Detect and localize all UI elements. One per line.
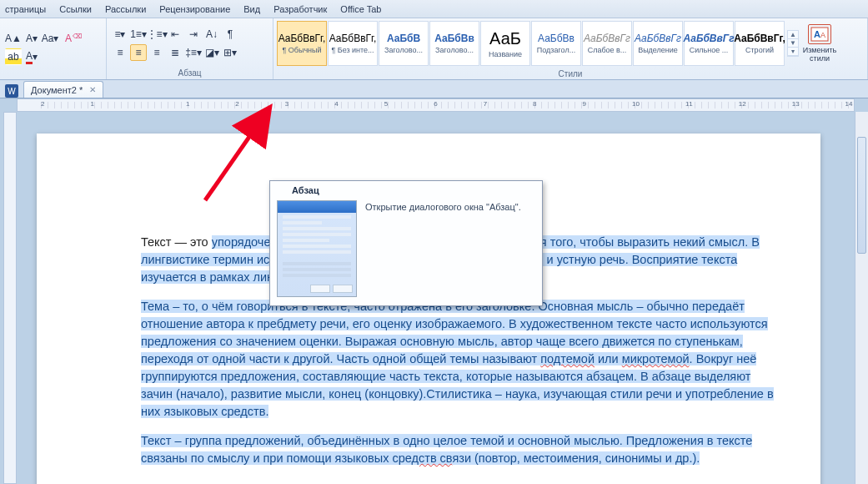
change-case-icon[interactable]: Aa▾ [42,30,58,47]
tooltip-title: Абзац [270,181,542,197]
show-marks-icon[interactable]: ¶ [222,26,238,43]
styles-group-label: Стили [273,68,867,80]
text-selected: язи (повтор, местоимения, синонимы и др.… [452,451,700,465]
justify-icon[interactable]: ≣ [167,44,183,61]
expand-gallery-icon[interactable]: ▾ [788,48,798,56]
styles-gallery[interactable]: АаБбВвГг,¶ ОбычныйАаБбВвГг,¶ Без инте...… [277,21,785,66]
line-spacing-icon[interactable]: ‡≡▾ [185,44,202,61]
style-item[interactable]: АаБбВвГг,Строгий [735,21,785,66]
scroll-down-icon[interactable]: ▼ [788,39,798,48]
styles-scroll[interactable]: ▲ ▼ ▾ [787,30,799,57]
font-color-icon[interactable]: A▾ [23,48,40,65]
align-left-icon[interactable]: ≡ [112,44,128,61]
shading-icon[interactable]: ◪▾ [203,44,220,61]
sort-icon[interactable]: A↓ [203,26,220,43]
document-tab[interactable]: Документ2 * ✕ [23,81,103,98]
menu-item[interactable]: Рецензирование [159,4,230,14]
word-icon: W [5,84,18,98]
menu-bar: страницы Ссылки Рассылки Рецензирование … [0,0,868,18]
indent-dec-icon[interactable]: ⇤ [167,26,183,43]
style-item[interactable]: АаБНазвание [480,21,530,66]
style-item[interactable]: АаБбВвГгСлабое в... [582,21,632,66]
style-item[interactable]: АаБбВвГг,¶ Без инте... [328,21,378,66]
clear-format-icon[interactable]: A⌫ [60,30,77,47]
text-selected: дств св [412,451,453,465]
paragraph-group-label: Абзац [107,68,273,79]
style-item[interactable]: АаБбВвГгВыделение [633,21,683,66]
text-selected: или [595,352,622,366]
menu-item[interactable]: Вид [243,4,260,14]
menu-item[interactable]: Разработчик [273,4,327,14]
multilevel-icon[interactable]: ⋮≡▾ [148,26,165,43]
style-item[interactable]: АаБбВвЗаголово... [429,21,479,66]
bullets-icon[interactable]: ≡▾ [112,26,128,43]
menu-item[interactable]: Office Tab [340,4,381,14]
paragraph-tooltip: Абзац Открытие диалогового окна "Абзац". [269,180,543,306]
menu-item[interactable]: страницы [5,4,46,14]
numbering-icon[interactable]: 1≡▾ [130,26,147,43]
scrollbar-thumb[interactable] [857,137,866,254]
style-item[interactable]: АаБбВвПодзагол... [531,21,581,66]
svg-text:A: A [820,31,825,39]
ribbon: A▲ A▾ Aa▾ A⌫ ab A▾ ≡▾ 1≡▾ ⋮≡▾ ⇤ [0,18,868,80]
change-styles-button[interactable]: AA Изменить стили [801,24,838,63]
vertical-ruler[interactable] [3,112,17,484]
change-styles-icon: AA [808,24,831,44]
align-center-icon[interactable]: ≡ [130,44,147,61]
text-run: Текст — это [141,235,212,249]
text-selected: микротемой [622,352,690,366]
group-label [0,77,106,79]
text-highlight-icon[interactable]: ab [5,48,22,65]
tooltip-description: Открытие диалогового окна "Абзац". [365,200,535,297]
style-item[interactable]: АаБбВвГгСильное ... [684,21,734,66]
align-right-icon[interactable]: ≡ [148,44,165,61]
grow-font-icon[interactable]: A▲ [5,30,22,47]
svg-text:A: A [814,29,820,39]
change-styles-label: Изменить стили [803,47,837,63]
vertical-scrollbar[interactable] [855,112,868,484]
close-tab-icon[interactable]: ✕ [89,85,96,94]
tooltip-preview-icon [277,200,357,297]
horizontal-ruler[interactable]: 2112345678910111213141516 [17,98,855,112]
indent-inc-icon[interactable]: ⇥ [185,26,202,43]
menu-item[interactable]: Ссылки [59,4,92,14]
text-selected: подтемой [540,352,595,366]
document-tab-label: Документ2 * [31,85,83,95]
style-item[interactable]: АаБбВвГг,¶ Обычный [277,21,327,66]
shrink-font-icon[interactable]: A▾ [23,30,40,47]
document-tab-bar: W Документ2 * ✕ [0,80,868,98]
menu-item[interactable]: Рассылки [105,4,146,14]
scroll-up-icon[interactable]: ▲ [788,31,798,39]
borders-icon[interactable]: ⊞▾ [222,44,238,61]
style-item[interactable]: АаБбВЗаголово... [379,21,429,66]
workspace: 2112345678910111213141516 Текст — это уп… [0,98,868,484]
